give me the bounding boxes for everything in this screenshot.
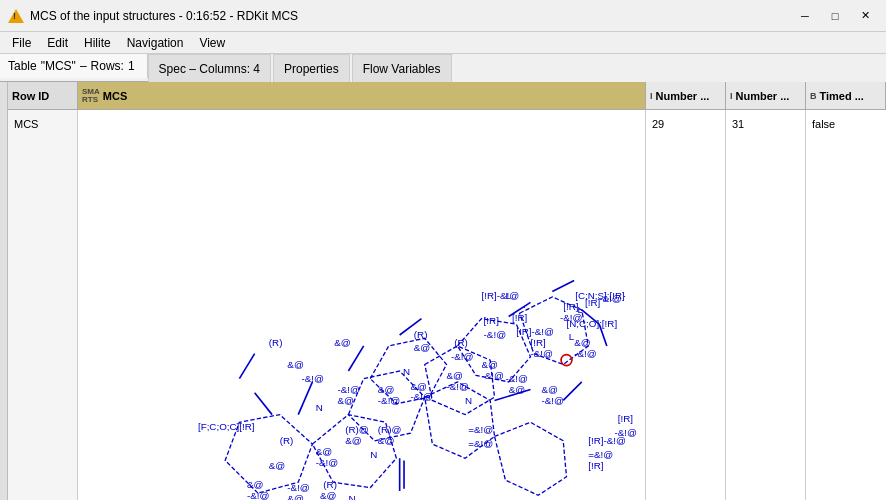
svg-text:&@: &@ <box>316 446 333 457</box>
minimize-button[interactable]: ─ <box>792 7 818 25</box>
svg-text:&@: &@ <box>414 342 431 353</box>
svg-text:&@: &@ <box>269 460 286 471</box>
col-header-mcs: SMARTS MCS <box>78 82 646 109</box>
svg-text:[!R]-&!@: [!R]-&!@ <box>516 326 554 337</box>
svg-text:&@: &@ <box>574 337 591 348</box>
svg-marker-4 <box>495 422 567 495</box>
close-button[interactable]: ✕ <box>852 7 878 25</box>
svg-text:-&!@: -&!@ <box>484 329 507 340</box>
svg-text:-&!@: -&!@ <box>302 373 325 384</box>
tab-flow-variables[interactable]: Flow Variables <box>352 54 452 82</box>
menu-hilite[interactable]: Hilite <box>76 34 119 52</box>
bool-value: false <box>812 118 835 130</box>
svg-text:[F;C;O;C][!R]: [F;C;O;C][!R] <box>198 421 255 432</box>
menu-navigation[interactable]: Navigation <box>119 34 192 52</box>
svg-text:&@: &@ <box>345 435 362 446</box>
svg-text:&@: &@ <box>541 384 558 395</box>
col-header-num2: I Number ... <box>726 82 806 109</box>
num2-value: 31 <box>732 118 744 130</box>
svg-text:&@: &@ <box>320 490 337 500</box>
svg-text:&@: &@ <box>447 370 464 381</box>
svg-text:(R): (R) <box>280 435 294 446</box>
svg-text:N: N <box>370 449 377 460</box>
tab-properties[interactable]: Properties <box>273 54 350 82</box>
svg-text:&@: &@ <box>287 359 304 370</box>
svg-text:=&!@: =&!@ <box>468 438 493 449</box>
svg-text:(R): (R) <box>414 329 428 340</box>
table-info-bar: Table "MCS" – Rows: 1 <box>0 54 148 78</box>
menu-bar: File Edit Hilite Navigation View <box>0 32 886 54</box>
table-label: Table <box>8 59 37 73</box>
table-body: MCS <box>8 110 886 500</box>
svg-text:N: N <box>403 366 410 377</box>
row-id-value: MCS <box>14 118 38 130</box>
svg-line-12 <box>255 393 272 415</box>
svg-line-19 <box>552 281 574 292</box>
svg-text:&@: &@ <box>411 381 428 392</box>
tab-spec[interactable]: Spec – Columns: 4 <box>148 54 271 82</box>
cell-num1: 29 <box>646 110 726 500</box>
window-title: MCS of the input structures - 0:16:52 - … <box>30 9 792 23</box>
svg-text:&@: &@ <box>481 359 498 370</box>
svg-line-17 <box>563 382 582 401</box>
svg-text:L: L <box>569 331 575 342</box>
cell-mcs: N N N N N [F;C;O;C][!R] &@ -&!@ -&!@ &@ … <box>78 110 646 500</box>
svg-text:(R): (R) <box>454 337 468 348</box>
cell-num2: 31 <box>726 110 806 500</box>
svg-line-9 <box>298 382 312 415</box>
svg-text:&@: &@ <box>287 493 304 500</box>
svg-text:-&!@: -&!@ <box>541 395 564 406</box>
menu-file[interactable]: File <box>4 34 39 52</box>
col-header-rowid: Row ID <box>8 82 78 109</box>
content-area: Row ID SMARTS MCS I Number ... I Number … <box>0 82 886 500</box>
rows-label: Rows: <box>91 59 124 73</box>
col-icon-b: B <box>810 91 817 101</box>
svg-text:(R)@: (R)@ <box>345 424 369 435</box>
svg-text:-&!@: -&!@ <box>451 351 474 362</box>
title-bar: MCS of the input structures - 0:16:52 - … <box>0 0 886 32</box>
svg-text:[!R]: [!R] <box>588 460 604 471</box>
separator1: – <box>80 59 87 73</box>
svg-text:L: L <box>577 304 583 315</box>
svg-text:-&!@: -&!@ <box>505 373 528 384</box>
svg-line-10 <box>348 346 363 371</box>
svg-text:(R): (R) <box>269 337 283 348</box>
num1-value: 29 <box>652 118 664 130</box>
svg-text:&@: &@ <box>509 384 526 395</box>
col-icon-i2: I <box>730 91 733 101</box>
svg-text:[!R]-&!@: [!R]-&!@ <box>481 290 519 301</box>
col-icon-i1: I <box>650 91 653 101</box>
column-headers: Row ID SMARTS MCS I Number ... I Number … <box>8 82 886 110</box>
svg-text:[!R]: [!R] <box>531 337 547 348</box>
tab-bar: Spec – Columns: 4 Properties Flow Variab… <box>148 54 886 82</box>
col-icon-sma: SMARTS <box>82 88 100 104</box>
svg-text:N: N <box>465 395 472 406</box>
svg-text:·: · <box>523 301 526 312</box>
svg-text:-&!@: -&!@ <box>481 370 504 381</box>
svg-text:-&!@: -&!@ <box>599 293 622 304</box>
rows-count: 1 <box>128 59 135 73</box>
col-header-bool: B Timed ... <box>806 82 886 109</box>
svg-line-13 <box>239 354 254 379</box>
cell-row-id: MCS <box>8 110 78 500</box>
svg-text:[!R]-&!@: [!R]-&!@ <box>588 435 626 446</box>
svg-text:N: N <box>316 402 323 413</box>
svg-text:-&!@: -&!@ <box>316 457 339 468</box>
window-controls: ─ □ ✕ <box>792 7 878 25</box>
svg-text:&@: &@ <box>378 384 395 395</box>
svg-text:-&!@: -&!@ <box>531 348 554 359</box>
svg-text:-&!@: -&!@ <box>447 381 470 392</box>
svg-text:(R)@: (R)@ <box>378 424 402 435</box>
maximize-button[interactable]: □ <box>822 7 848 25</box>
svg-text:[!R]: [!R] <box>484 315 500 326</box>
svg-text:-&!@: -&!@ <box>411 391 434 402</box>
svg-text:&@: &@ <box>247 479 264 490</box>
molecule-drawing: N N N N N [F;C;O;C][!R] &@ -&!@ -&!@ &@ … <box>78 110 645 500</box>
svg-text:-&!@: -&!@ <box>378 395 401 406</box>
highlighted-atom <box>561 355 572 366</box>
svg-text:=&!@: =&!@ <box>588 449 613 460</box>
menu-edit[interactable]: Edit <box>39 34 76 52</box>
menu-view[interactable]: View <box>191 34 233 52</box>
svg-text:(R): (R) <box>323 479 337 490</box>
svg-text:[N;C;O];[!R]: [N;C;O];[!R] <box>566 318 617 329</box>
